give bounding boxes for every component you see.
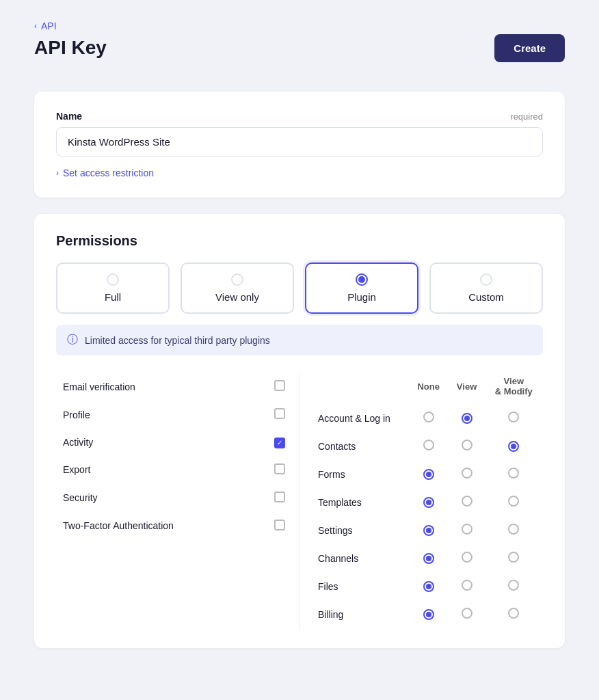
tab-view-only-label: View only — [215, 291, 259, 303]
left-row-checkbox[interactable] — [274, 408, 285, 419]
left-row: Profile — [57, 401, 298, 428]
right-row-none-cell[interactable] — [410, 517, 448, 543]
right-row-view-cell[interactable] — [449, 573, 485, 600]
view-modify-radio[interactable] — [508, 412, 519, 422]
left-row: Export — [57, 457, 298, 483]
right-row-view-cell[interactable] — [449, 489, 485, 515]
right-row-label: Forms — [312, 461, 408, 487]
header-row: ‹ API API Key Create — [34, 21, 565, 75]
left-row-checkbox[interactable] — [274, 520, 285, 530]
view-radio[interactable] — [462, 524, 472, 535]
left-row-checkbox[interactable] — [274, 380, 285, 391]
page-title: API Key — [34, 37, 107, 59]
none-radio[interactable] — [423, 497, 434, 508]
name-field-label: Name — [56, 111, 82, 122]
left-row: Activity — [57, 429, 298, 455]
right-row: Account & Log in — [312, 405, 542, 431]
right-row-view-modify-cell[interactable] — [486, 433, 542, 459]
right-row-view-modify-cell[interactable] — [486, 517, 542, 543]
right-row-view-modify-cell[interactable] — [486, 489, 542, 515]
none-radio[interactable] — [423, 525, 434, 536]
left-row-checkbox-cell[interactable] — [262, 373, 298, 400]
none-radio[interactable] — [423, 469, 434, 480]
view-modify-radio[interactable] — [508, 496, 519, 507]
view-radio[interactable] — [462, 552, 472, 563]
tab-plugin-radio — [356, 273, 368, 286]
right-row-label: Templates — [312, 489, 408, 515]
left-row: Email verification — [57, 373, 298, 400]
right-row-none-cell[interactable] — [410, 461, 448, 487]
access-restriction-toggle[interactable]: › Set access restriction — [56, 167, 543, 178]
permission-tabs: Full View only Plugin Custom — [56, 262, 543, 314]
right-row-view-cell[interactable] — [449, 601, 485, 628]
tab-full[interactable]: Full — [56, 262, 170, 314]
right-row: Forms — [312, 461, 542, 487]
tab-full-radio — [107, 273, 119, 286]
none-radio[interactable] — [423, 553, 434, 564]
right-row-view-modify-cell[interactable] — [486, 601, 542, 628]
right-row-view-modify-cell[interactable] — [486, 405, 542, 431]
tab-custom[interactable]: Custom — [429, 262, 543, 314]
right-row-none-cell[interactable] — [410, 489, 448, 515]
left-row-checkbox[interactable] — [274, 438, 285, 448]
right-row-view-modify-cell[interactable] — [486, 461, 542, 487]
right-row-view-cell[interactable] — [449, 461, 485, 487]
right-row: Settings — [312, 517, 542, 543]
view-radio[interactable] — [462, 580, 472, 591]
right-row-view-cell[interactable] — [449, 433, 485, 459]
tab-plugin-label: Plugin — [347, 291, 376, 303]
left-row-checkbox[interactable] — [274, 463, 285, 474]
back-link[interactable]: ‹ API — [34, 21, 107, 31]
right-row-view-modify-cell[interactable] — [486, 545, 542, 571]
none-radio[interactable] — [423, 609, 434, 620]
right-row-view-cell[interactable] — [449, 405, 485, 431]
none-radio[interactable] — [423, 440, 434, 450]
left-row-label: Export — [57, 457, 261, 483]
view-radio[interactable] — [462, 468, 472, 479]
right-row: Files — [312, 573, 542, 600]
required-label: required — [510, 111, 543, 122]
right-row: Billing — [312, 601, 542, 628]
tab-view-only[interactable]: View only — [181, 262, 294, 314]
none-radio[interactable] — [423, 581, 434, 592]
none-radio[interactable] — [423, 412, 434, 422]
name-input[interactable] — [56, 127, 543, 157]
tab-plugin[interactable]: Plugin — [305, 262, 418, 314]
access-restriction-label: Set access restriction — [63, 167, 154, 178]
view-modify-radio[interactable] — [508, 468, 519, 479]
right-row-label: Files — [312, 573, 408, 600]
left-row-checkbox-cell[interactable] — [262, 513, 298, 539]
right-row-none-cell[interactable] — [410, 433, 448, 459]
left-row: Security — [57, 485, 298, 511]
right-row-view-cell[interactable] — [449, 517, 485, 543]
left-row-checkbox-cell[interactable] — [262, 485, 298, 511]
right-label-header — [312, 373, 408, 403]
view-radio[interactable] — [462, 440, 472, 450]
left-row-checkbox-cell[interactable] — [262, 401, 298, 428]
right-row-view-modify-cell[interactable] — [486, 573, 542, 600]
right-row-none-cell[interactable] — [410, 573, 448, 600]
view-modify-radio[interactable] — [508, 580, 519, 591]
left-row: Two-Factor Authentication — [57, 513, 298, 539]
info-text: Limited access for typical third party p… — [85, 335, 270, 346]
view-modify-radio[interactable] — [508, 608, 519, 619]
right-row-label: Settings — [312, 517, 408, 543]
right-row-none-cell[interactable] — [410, 601, 448, 628]
view-modify-radio[interactable] — [508, 524, 519, 535]
tab-view-only-radio — [231, 273, 243, 286]
view-radio[interactable] — [462, 413, 472, 424]
view-modify-radio[interactable] — [508, 441, 519, 452]
view-modify-radio[interactable] — [508, 552, 519, 563]
left-row-checkbox[interactable] — [274, 492, 285, 502]
tab-full-label: Full — [105, 291, 121, 303]
right-row-view-cell[interactable] — [449, 545, 485, 571]
right-row-none-cell[interactable] — [410, 545, 448, 571]
left-row-checkbox-cell[interactable] — [262, 429, 298, 455]
view-radio[interactable] — [462, 608, 472, 619]
right-row-none-cell[interactable] — [410, 405, 448, 431]
view-header: View — [449, 373, 485, 403]
back-label: API — [41, 21, 57, 31]
create-button[interactable]: Create — [494, 34, 565, 62]
left-row-checkbox-cell[interactable] — [262, 457, 298, 483]
view-radio[interactable] — [462, 496, 472, 507]
